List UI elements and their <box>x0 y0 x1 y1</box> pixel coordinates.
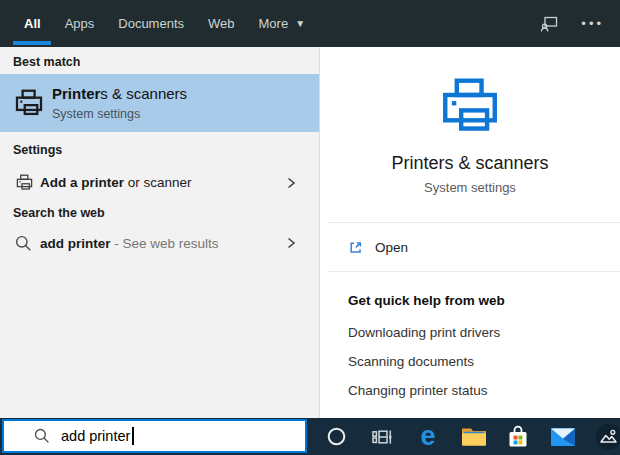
tab-web-label: Web <box>208 16 235 31</box>
cortana-icon <box>327 427 346 446</box>
taskbar: add printer e <box>0 418 620 455</box>
tab-web[interactable]: Web <box>208 0 235 47</box>
taskbar-search-input[interactable]: add printer <box>2 419 307 453</box>
photos-icon <box>595 423 620 450</box>
search-filter-bar: All Apps Documents Web More ▼ <box>0 0 620 47</box>
taskbar-cortana-button[interactable] <box>322 423 350 451</box>
task-view-icon <box>371 426 393 448</box>
tab-more[interactable]: More ▼ <box>259 0 306 47</box>
edge-icon: e <box>420 423 435 450</box>
divider <box>328 271 620 272</box>
search-the-web-heading: Search the web <box>13 206 105 220</box>
tab-documents-label: Documents <box>118 16 184 31</box>
taskbar-store-button[interactable] <box>504 423 532 451</box>
taskbar-task-view-button[interactable] <box>368 423 396 451</box>
tab-all[interactable]: All <box>24 0 41 47</box>
search-query-text: add printer <box>61 428 130 444</box>
chevron-right-icon <box>286 236 296 250</box>
preview-title: Printers & scanners <box>320 153 620 174</box>
printer-icon <box>13 87 45 119</box>
printer-icon <box>15 173 34 192</box>
result-title: Printers & scanners <box>52 85 187 102</box>
search-icon <box>15 235 32 252</box>
result-preview-panel: Printers & scanners System settings Open… <box>319 47 620 418</box>
open-label: Open <box>375 240 408 255</box>
search-icon <box>34 428 50 444</box>
windows-search-flyout: All Apps Documents Web More ▼ <box>0 0 620 455</box>
result-label: Add a printer or scanner <box>40 175 192 190</box>
tab-apps[interactable]: Apps <box>65 0 95 47</box>
text-caret <box>132 427 134 445</box>
feedback-button[interactable] <box>539 14 559 34</box>
tab-all-label: All <box>24 16 41 31</box>
help-link-scanning-documents[interactable]: Scanning documents <box>348 354 474 369</box>
preview-subtitle: System settings <box>320 180 620 195</box>
tab-apps-label: Apps <box>65 16 95 31</box>
tab-documents[interactable]: Documents <box>118 0 184 47</box>
mail-icon <box>550 427 576 447</box>
divider <box>328 222 620 223</box>
printer-icon-large <box>437 73 503 139</box>
help-link-downloading-print-drivers[interactable]: Downloading print drivers <box>348 325 500 340</box>
open-button[interactable]: Open <box>320 232 620 262</box>
result-web-search[interactable]: add printer - See web results <box>0 225 319 261</box>
taskbar-file-explorer-button[interactable] <box>460 423 488 451</box>
store-icon <box>506 424 530 450</box>
best-match-heading: Best match <box>13 55 80 69</box>
chevron-right-icon <box>286 176 296 190</box>
taskbar-edge-button[interactable]: e <box>414 423 442 451</box>
settings-heading: Settings <box>13 143 62 157</box>
tab-more-label: More <box>259 16 289 31</box>
help-link-changing-printer-status[interactable]: Changing printer status <box>348 383 488 398</box>
active-tab-indicator <box>13 41 51 45</box>
more-options-button[interactable]: ••• <box>581 17 604 30</box>
file-explorer-icon <box>461 426 487 448</box>
result-label: add printer - See web results <box>40 236 219 251</box>
open-icon <box>348 240 363 255</box>
chevron-down-icon: ▼ <box>295 18 305 29</box>
taskbar-photos-button[interactable] <box>594 423 620 451</box>
result-printers-and-scanners[interactable]: Printers & scanners System settings <box>0 74 319 132</box>
result-add-a-printer-or-scanner[interactable]: Add a printer or scanner <box>0 163 319 202</box>
result-subtitle: System settings <box>52 107 140 121</box>
taskbar-mail-button[interactable] <box>549 423 577 451</box>
search-results-panel: Best match Printers & scanners System se… <box>0 47 319 418</box>
filter-tabs: All Apps Documents Web More ▼ <box>0 0 305 47</box>
feedback-icon <box>539 14 559 34</box>
help-heading: Get quick help from web <box>348 293 505 308</box>
